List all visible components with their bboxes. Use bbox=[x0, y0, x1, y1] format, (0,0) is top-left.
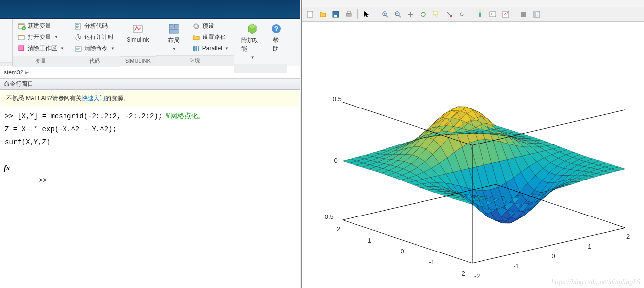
figure-toolbar bbox=[302, 7, 644, 22]
colorbar-button[interactable] bbox=[474, 8, 486, 20]
label: 运行并计时 bbox=[84, 33, 114, 41]
svg-text:0.5: 0.5 bbox=[333, 95, 342, 103]
svg-rect-26 bbox=[334, 15, 337, 17]
run-timer-button[interactable]: 运行并计时 bbox=[72, 32, 117, 42]
pan-button[interactable] bbox=[405, 8, 417, 20]
quick-start-link[interactable]: 快速入门 bbox=[82, 95, 105, 102]
help-button[interactable]: ? 帮助 bbox=[269, 21, 284, 55]
print-button[interactable] bbox=[343, 8, 354, 20]
svg-text:-0.5: -0.5 bbox=[322, 213, 333, 220]
label: 设置路径 bbox=[202, 33, 226, 41]
new-var-icon: + bbox=[18, 22, 26, 30]
svg-line-443 bbox=[472, 228, 625, 263]
svg-rect-12 bbox=[169, 24, 173, 28]
brush-button[interactable] bbox=[443, 8, 455, 20]
open-var-icon bbox=[18, 34, 26, 41]
svg-rect-9 bbox=[77, 34, 79, 35]
clear-workspace-button[interactable]: 清除工作区 ▼ bbox=[16, 43, 66, 54]
figure-menubar bbox=[302, 0, 644, 7]
chevron-down-icon: ▼ bbox=[111, 46, 115, 51]
svg-rect-24 bbox=[307, 11, 313, 17]
svg-point-16 bbox=[195, 25, 197, 27]
svg-rect-14 bbox=[169, 29, 178, 33]
separator bbox=[357, 9, 358, 19]
command-window-title: 命令行窗口 bbox=[0, 79, 300, 90]
parallel-button[interactable]: Parallel ▼ bbox=[191, 43, 231, 53]
ribbon-group-addons: 附加功能 ▼ ? 帮助 bbox=[234, 19, 287, 66]
datatip-button[interactable] bbox=[430, 8, 442, 20]
open-variable-button[interactable]: 打开变量 ▼ bbox=[16, 32, 66, 42]
chevron-right-icon: ▶ bbox=[25, 70, 29, 75]
svg-rect-36 bbox=[503, 11, 509, 17]
clear-commands-button[interactable]: 清除命令 ▼ bbox=[72, 43, 117, 54]
title-bar bbox=[0, 0, 300, 19]
legend-button[interactable] bbox=[487, 8, 499, 20]
svg-rect-19 bbox=[198, 46, 199, 51]
matlab-main-window: + 新建变量 打开变量 ▼ 清除工作区 ▼ 变量 bbox=[0, 0, 300, 288]
figure-canvas[interactable]: 0.5 0 -0.5 2 1 0 -1 -2 -2 -1 0 1 2 https… bbox=[302, 22, 644, 288]
show-tools-button[interactable] bbox=[531, 8, 543, 20]
save-button[interactable] bbox=[330, 8, 342, 20]
ploteditor-button[interactable] bbox=[500, 8, 512, 20]
ribbon-group-variable: + 新建变量 打开变量 ▼ 清除工作区 ▼ 变量 bbox=[13, 19, 69, 66]
new-figure-button[interactable] bbox=[304, 8, 316, 20]
label: 预设 bbox=[202, 22, 214, 30]
svg-rect-5 bbox=[18, 35, 24, 36]
command-window[interactable]: >> [X,Y] = meshgrid(-2:.2:2, -2:.2:2); %… bbox=[0, 107, 300, 203]
group-label: 变量 bbox=[13, 56, 69, 67]
ribbon-group-code: 分析代码 运行并计时 清除命令 ▼ 代码 bbox=[69, 19, 120, 66]
svg-rect-39 bbox=[534, 11, 536, 17]
addons-button[interactable]: 附加功能 ▼ bbox=[237, 21, 267, 62]
svg-rect-37 bbox=[521, 12, 526, 17]
open-button[interactable] bbox=[317, 8, 329, 20]
banner-prefix: 不熟悉 MATLAB?请参阅有关 bbox=[6, 95, 82, 102]
svg-text:-2: -2 bbox=[459, 270, 465, 277]
label: Simulink bbox=[127, 36, 149, 43]
preferences-button[interactable]: 预设 bbox=[191, 21, 231, 31]
fx-icon[interactable]: fx bbox=[4, 161, 10, 174]
ribbon-toolbar: + 新建变量 打开变量 ▼ 清除工作区 ▼ 变量 bbox=[0, 19, 300, 66]
svg-rect-13 bbox=[174, 24, 178, 28]
cmd-prompt-line: fx >> bbox=[5, 148, 295, 200]
svg-rect-35 bbox=[490, 12, 496, 17]
separator bbox=[376, 9, 376, 19]
cmd-line: Z = X .* exp(-X.^2 - Y.^2); bbox=[5, 123, 295, 136]
layout-button[interactable]: 布局 ▼ bbox=[159, 21, 189, 53]
link-button[interactable] bbox=[456, 8, 468, 20]
label: 帮助 bbox=[273, 36, 280, 53]
cmd-line: surf(X,Y,Z) bbox=[5, 136, 295, 148]
analyze-code-button[interactable]: 分析代码 bbox=[72, 21, 117, 31]
timer-icon bbox=[74, 34, 82, 41]
svg-rect-10 bbox=[75, 47, 81, 51]
label: 附加功能 bbox=[241, 36, 263, 53]
chevron-down-icon: ▼ bbox=[251, 55, 255, 60]
label: 清除工作区 bbox=[28, 44, 57, 53]
svg-rect-1 bbox=[18, 24, 24, 25]
hide-tools-button[interactable] bbox=[518, 8, 530, 20]
parallel-icon bbox=[193, 44, 200, 52]
svg-text:0: 0 bbox=[334, 157, 338, 164]
svg-text:?: ? bbox=[274, 25, 279, 33]
svg-rect-27 bbox=[346, 13, 351, 16]
gear-icon bbox=[193, 22, 200, 30]
label: Parallel bbox=[202, 45, 222, 52]
rotate-button[interactable] bbox=[418, 8, 429, 20]
separator bbox=[471, 9, 471, 19]
svg-text:0: 0 bbox=[552, 252, 555, 260]
surface-plot: 0.5 0 -0.5 2 1 0 -1 -2 -2 -1 0 1 2 bbox=[302, 22, 644, 288]
svg-text:-1: -1 bbox=[514, 262, 519, 270]
clear-cmd-icon bbox=[74, 45, 82, 53]
simulink-icon bbox=[132, 23, 144, 35]
zoom-out-button[interactable] bbox=[392, 8, 404, 20]
set-path-button[interactable]: 设置路径 bbox=[191, 32, 231, 42]
layout-icon bbox=[168, 23, 180, 35]
new-variable-button[interactable]: + 新建变量 bbox=[16, 21, 66, 31]
zoom-in-button[interactable] bbox=[379, 8, 391, 20]
simulink-button[interactable]: Simulink bbox=[123, 21, 153, 45]
analyze-icon bbox=[74, 22, 82, 30]
chevron-down-icon: ▼ bbox=[54, 35, 58, 39]
separator bbox=[515, 9, 515, 19]
pointer-button[interactable] bbox=[361, 8, 373, 20]
svg-text:+: + bbox=[23, 27, 25, 30]
label: 分析代码 bbox=[84, 22, 108, 30]
